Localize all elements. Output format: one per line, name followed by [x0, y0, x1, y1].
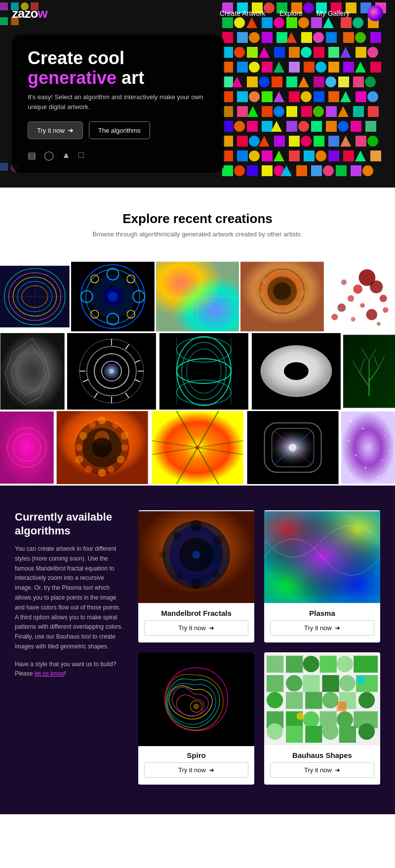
svg-point-134 — [234, 165, 245, 176]
bauhaus-name: Bauhaus Shapes — [264, 746, 380, 762]
svg-rect-57 — [328, 62, 339, 73]
explore-section: Explore recent creations Browse through … — [0, 188, 395, 262]
reddit-icon[interactable]: ◯ — [44, 150, 54, 161]
svg-rect-65 — [272, 76, 282, 87]
logo-accent: w — [38, 6, 47, 21]
svg-point-294 — [370, 445, 371, 447]
svg-point-297 — [365, 467, 367, 469]
gallery-item[interactable] — [0, 411, 54, 484]
gallery-item[interactable] — [341, 411, 395, 484]
svg-point-344 — [303, 711, 319, 727]
logo[interactable]: zazow — [12, 6, 47, 21]
svg-rect-66 — [286, 76, 297, 87]
algorithm-card-plasma: Plasma Try it now ➜ — [264, 510, 380, 642]
svg-rect-110 — [237, 136, 248, 147]
plasma-try-button[interactable]: Try it now ➜ — [270, 620, 374, 636]
svg-point-300 — [390, 450, 391, 451]
svg-rect-129 — [328, 151, 339, 161]
gallery-item[interactable] — [251, 333, 342, 410]
svg-point-98 — [234, 121, 245, 132]
plasma-image[interactable] — [264, 510, 380, 604]
svg-point-89 — [274, 106, 284, 117]
svg-rect-350 — [305, 726, 322, 743]
svg-rect-34 — [343, 32, 354, 43]
gallery-item[interactable] — [0, 262, 70, 332]
svg-point-328 — [337, 656, 353, 672]
svg-rect-142 — [336, 165, 347, 176]
gallery-item[interactable] — [240, 262, 324, 332]
svg-rect-108 — [365, 121, 376, 132]
instagram-icon[interactable]: ▤ — [28, 150, 36, 161]
bauhaus-try-button[interactable]: Try it now ➜ — [270, 762, 374, 778]
svg-rect-29 — [276, 32, 287, 43]
svg-point-43 — [301, 47, 312, 58]
gallery-item[interactable] — [0, 333, 65, 410]
svg-rect-102 — [286, 121, 297, 132]
svg-rect-288 — [341, 412, 395, 484]
svg-rect-104 — [311, 121, 322, 132]
nav-explore[interactable]: Explore — [279, 9, 303, 17]
gallery-item[interactable] — [66, 333, 157, 410]
spiro-image[interactable] — [138, 652, 254, 746]
svg-rect-132 — [370, 151, 381, 161]
gallery-item[interactable] — [325, 262, 395, 332]
gallery-item[interactable] — [343, 333, 395, 410]
svg-rect-100 — [262, 121, 273, 132]
svg-point-346 — [337, 711, 353, 727]
svg-rect-45 — [328, 47, 339, 58]
svg-rect-93 — [326, 106, 337, 117]
nav-create-artwork[interactable]: Create Artwork — [220, 9, 266, 17]
gallery-item[interactable] — [156, 262, 239, 332]
algorithm-cards-grid: Mandelbrot Fractals Try it now ➜ — [138, 510, 380, 785]
svg-rect-50 — [237, 62, 248, 73]
gallery-row-2 — [0, 333, 395, 410]
svg-point-56 — [316, 62, 326, 73]
svg-rect-127 — [304, 151, 315, 161]
svg-point-354 — [297, 712, 305, 720]
hero-section: Create cool generative art It's easy! Se… — [0, 0, 395, 188]
gallery-item[interactable] — [55, 411, 149, 484]
svg-rect-81 — [328, 91, 339, 102]
svg-rect-105 — [326, 121, 337, 132]
svg-point-202 — [383, 307, 389, 313]
svg-rect-47 — [356, 47, 366, 58]
spiro-try-button[interactable]: Try it now ➜ — [144, 762, 248, 778]
let-us-know-link[interactable]: let us know — [35, 670, 64, 677]
try-it-now-button[interactable]: Try it now ➜ — [28, 121, 83, 139]
arrow-icon: ➜ — [335, 624, 340, 632]
svg-rect-60 — [370, 62, 381, 73]
avatar[interactable] — [367, 5, 383, 21]
mandelbrot-try-button[interactable]: Try it now ➜ — [144, 620, 248, 636]
svg-rect-91 — [301, 106, 312, 117]
algorithms-section: Currently available algorithms You can c… — [0, 486, 395, 814]
algorithms-button[interactable]: The algorithms — [89, 121, 150, 139]
svg-rect-329 — [354, 656, 378, 673]
bauhaus-image[interactable] — [264, 652, 380, 746]
svg-point-353 — [358, 723, 375, 740]
svg-point-120 — [367, 136, 378, 147]
svg-point-201 — [366, 309, 378, 320]
svg-point-69 — [325, 76, 336, 87]
twitter-icon[interactable]: ▲ — [62, 150, 71, 161]
hero-subtitle: It's easy! Select an algorithm and inter… — [28, 92, 208, 112]
svg-rect-68 — [314, 76, 324, 87]
gallery-item[interactable] — [151, 411, 244, 484]
svg-rect-122 — [237, 151, 248, 161]
facebook-icon[interactable]: □ — [79, 150, 84, 161]
gallery-item[interactable] — [246, 411, 340, 484]
svg-rect-63 — [247, 76, 258, 87]
mandelbrot-image[interactable] — [138, 510, 254, 604]
nav-my-gallery[interactable]: My Gallery — [316, 9, 350, 17]
svg-rect-70 — [338, 76, 349, 87]
svg-point-32 — [313, 32, 324, 43]
svg-rect-52 — [262, 62, 273, 73]
svg-point-298 — [351, 474, 352, 476]
svg-point-339 — [322, 692, 339, 708]
gallery-item[interactable] — [158, 333, 249, 410]
mandelbrot-btn-container: Try it now ➜ — [144, 620, 248, 636]
svg-point-271 — [75, 455, 83, 463]
gallery-item[interactable] — [71, 262, 155, 332]
svg-point-195 — [354, 285, 363, 294]
mandelbrot-name: Mandelbrot Fractals — [138, 604, 254, 620]
svg-point-313 — [193, 551, 200, 559]
